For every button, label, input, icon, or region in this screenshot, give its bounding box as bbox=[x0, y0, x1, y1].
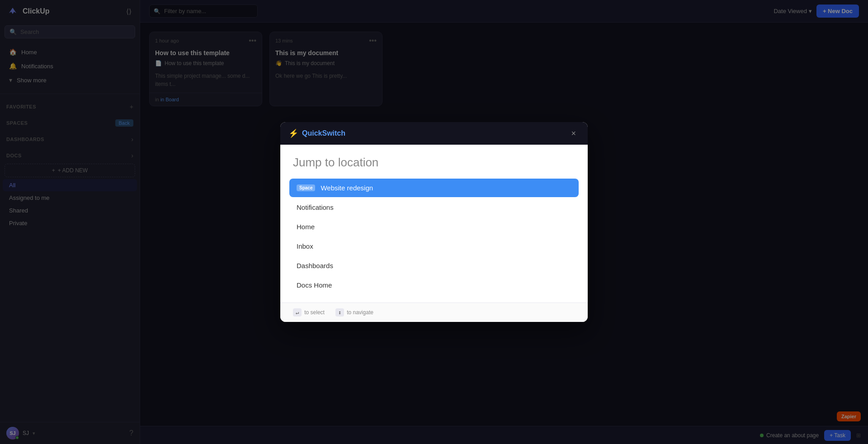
quickswitch-item-0-label: Website redesign bbox=[321, 184, 373, 192]
select-hint-label: to select bbox=[304, 309, 325, 316]
quickswitch-item-4[interactable]: Dashboards bbox=[289, 256, 579, 275]
quickswitch-title: QuickSwitch bbox=[302, 129, 345, 137]
modal-list: Space Website redesign Notifications Hom… bbox=[280, 177, 588, 302]
quickswitch-item-5[interactable]: Docs Home bbox=[289, 276, 579, 294]
quickswitch-logo: ⚡ QuickSwitch bbox=[288, 128, 345, 138]
footer-hint-select: ↵ to select bbox=[293, 308, 325, 316]
modal-close-button[interactable]: × bbox=[567, 128, 580, 139]
arrow-key-hint: ↕ bbox=[335, 308, 344, 316]
modal-heading: Jump to location bbox=[280, 145, 588, 177]
quickswitch-title-part1: Quick bbox=[302, 129, 322, 137]
quickswitch-item-1-label: Notifications bbox=[297, 203, 334, 211]
quickswitch-title-part2: Switch bbox=[322, 129, 345, 137]
modal-footer: ↵ to select ↕ to navigate bbox=[280, 302, 588, 322]
quickswitch-item-5-label: Docs Home bbox=[297, 281, 332, 289]
quickswitch-item-3-label: Inbox bbox=[297, 242, 313, 250]
modal-title-bar: ⚡ QuickSwitch × bbox=[280, 122, 588, 145]
enter-key-hint: ↵ bbox=[293, 308, 302, 316]
quickswitch-item-0-badge: Space bbox=[297, 184, 315, 191]
quickswitch-item-0[interactable]: Space Website redesign bbox=[289, 179, 579, 197]
quickswitch-item-1[interactable]: Notifications bbox=[289, 198, 579, 217]
quickswitch-item-4-label: Dashboards bbox=[297, 262, 333, 269]
navigate-hint-label: to navigate bbox=[347, 309, 373, 316]
bolt-icon: ⚡ bbox=[288, 128, 298, 138]
quickswitch-modal: ⚡ QuickSwitch × Jump to location Space W… bbox=[280, 122, 588, 322]
quickswitch-item-2-label: Home bbox=[297, 223, 315, 231]
quickswitch-item-2[interactable]: Home bbox=[289, 217, 579, 236]
quickswitch-item-3[interactable]: Inbox bbox=[289, 237, 579, 255]
footer-hint-navigate: ↕ to navigate bbox=[335, 308, 373, 316]
